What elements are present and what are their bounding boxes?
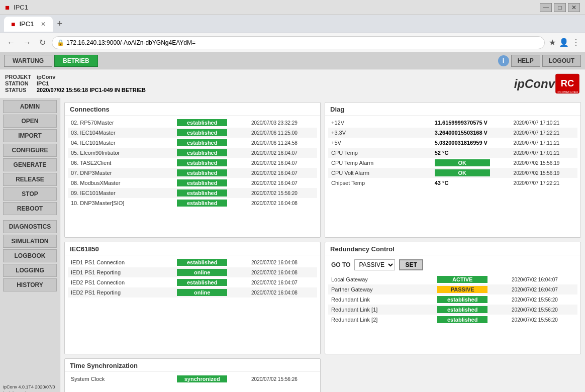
redundancy-row: Redundant Link established 2020/07/02 15… [328, 295, 577, 305]
simulation-button[interactable]: SIMULATION [3, 235, 57, 248]
connections-title: Connections [65, 103, 320, 116]
iec-row: IED1 PS1 Reporting online 2020/07/02 16:… [68, 267, 317, 277]
diag-badge: OK [435, 159, 490, 166]
open-button[interactable]: OPEN [3, 115, 57, 128]
goto-label: GO TO [331, 261, 350, 268]
diag-status: 5.03200031816959 V [432, 138, 511, 148]
diag-body: +12V 11.6159999370575 V 2020/07/07 17:10… [325, 116, 580, 191]
release-button[interactable]: RELEASE [3, 173, 57, 186]
generate-button[interactable]: GENERATE [3, 158, 57, 171]
iec61850-body: IED1 PS1 Connection established 2020/07/… [65, 255, 320, 301]
connection-label: 02. RP570Master [68, 118, 174, 128]
status-value: 2020/07/02 15:56:18 IPC1-049 IN BETRIEB [37, 87, 146, 93]
iec-time: 2020/07/02 16:04:08 [248, 267, 317, 277]
configure-button[interactable]: CONFIGURE [3, 144, 57, 157]
station-label: STATION [5, 80, 33, 86]
diagnostics-button[interactable]: DIAGNOSTICS [3, 220, 57, 233]
logout-button[interactable]: LOGOUT [542, 55, 581, 67]
redundancy-label: Partner Gateway [328, 284, 434, 295]
reboot-button[interactable]: REBOOT [3, 202, 57, 215]
bookmark-icon[interactable]: ★ [549, 38, 556, 47]
redundancy-label: Local Gateway [328, 274, 434, 284]
redundancy-title: Redundancy Control [325, 242, 580, 255]
timesync-badge: synchronized [177, 375, 227, 382]
iec-status: established [174, 257, 248, 267]
account-icon[interactable]: 👤 [559, 38, 569, 47]
close-button[interactable]: ✕ [568, 3, 580, 12]
connection-time: 2020/07/02 15:56:20 [248, 188, 317, 198]
connection-status: established [174, 158, 248, 168]
logo-svg: RC IPCOMM GmbH [555, 72, 580, 95]
address-bar-wrap: 🔒 [52, 36, 545, 49]
redundancy-status: established [434, 295, 509, 305]
logging-button[interactable]: LOGGING [3, 264, 57, 277]
connection-time: 2020/07/06 11:24:58 [248, 138, 317, 148]
connection-time: 2020/07/02 16:04:08 [248, 198, 317, 208]
projekt-row: PROJEKT ipConv [5, 74, 514, 80]
timesync-row: System Clock synchronized 2020/07/02 15:… [68, 374, 317, 384]
app-info-bar: PROJEKT ipConv STATION IPC1 STATUS 2020/… [0, 69, 585, 98]
goto-select[interactable]: PASSIVE ACTIVE [354, 259, 395, 270]
tab-close-icon[interactable]: ✕ [41, 21, 46, 28]
projekt-label: PROJEKT [5, 74, 33, 80]
diag-row: CPU Temp 52 °C 2020/07/07 17:01:21 [328, 148, 577, 158]
menu-icon[interactable]: ⋮ [572, 38, 580, 47]
goto-row: GO TO PASSIVE ACTIVE SET [328, 257, 577, 272]
footer-line1: ipConv 4.0.1T4 2020/07/0 [3, 384, 57, 390]
redundancy-badge: established [437, 316, 488, 323]
address-input[interactable] [52, 36, 545, 49]
redundancy-panel: Redundancy Control GO TO PASSIVE ACTIVE … [325, 242, 581, 354]
browser-tab[interactable]: ■ IPC1 ✕ [4, 17, 53, 32]
logbook-button[interactable]: LOGBOOK [3, 249, 57, 262]
diag-row: CPU Temp Alarm OK 2020/07/02 15:56:19 [328, 158, 577, 168]
import-button[interactable]: IMPORT [3, 129, 57, 142]
iec-badge: online [177, 289, 227, 296]
svg-text:RC: RC [561, 78, 574, 88]
redundancy-time: 2020/07/02 15:56:20 [509, 295, 577, 305]
iec-badge: established [177, 259, 227, 266]
forward-button[interactable]: → [21, 36, 33, 49]
timesync-body: System Clock synchronized 2020/07/02 15:… [65, 372, 320, 387]
back-button[interactable]: ← [5, 36, 17, 49]
wartung-button[interactable]: WARTUNG [4, 55, 52, 67]
iec-badge: online [177, 269, 227, 276]
redundancy-label: Redundant Link [328, 295, 434, 305]
diag-status: 52 °C [432, 148, 511, 158]
station-row: STATION IPC1 [5, 80, 514, 86]
connection-label: 07. DNP3Master [68, 168, 174, 178]
connection-label: 06. TASE2Client [68, 158, 174, 168]
history-button[interactable]: HISTORY [3, 278, 57, 291]
info-button[interactable]: i [498, 55, 509, 66]
connection-status: established [174, 148, 248, 158]
redundancy-status: ACTIVE [434, 274, 509, 284]
iec61850-title: IEC61850 [65, 242, 320, 255]
connection-time: 2020/07/03 23:32:29 [248, 118, 317, 128]
reload-button[interactable]: ↻ [37, 36, 48, 49]
connection-time: 2020/07/02 16:04:07 [248, 168, 317, 178]
timesync-table: System Clock synchronized 2020/07/02 15:… [68, 374, 317, 384]
connection-time: 2020/07/06 11:25:00 [248, 128, 317, 138]
stop-button[interactable]: STOP [3, 187, 57, 201]
diag-status: 43 °C [432, 178, 511, 188]
redundancy-label: Redundant Link [1] [328, 305, 434, 315]
iec-status: established [174, 277, 248, 287]
help-button[interactable]: HELP [511, 55, 540, 67]
diag-label: CPU Volt Alarm [328, 168, 432, 178]
iec-time: 2020/07/02 16:04:08 [248, 257, 317, 267]
goto-set-button[interactable]: SET [399, 259, 423, 270]
diag-time: 2020/07/07 17:11:21 [511, 138, 577, 148]
app-logo: ipConv RC IPCOMM GmbH [514, 72, 580, 95]
redundancy-time: 2020/07/02 16:04:07 [509, 284, 577, 295]
connection-status: established [174, 188, 248, 198]
connection-label: 10. DNP3Master[SIO] [68, 198, 174, 208]
new-tab-button[interactable]: + [57, 19, 62, 29]
status-badge: established [177, 119, 227, 126]
betrieb-button[interactable]: BETRIEB [54, 55, 98, 67]
sidebar: ADMIN OPEN IMPORT CONFIGURE GENERATE REL… [0, 98, 60, 392]
diag-label: Chipset Temp [328, 178, 432, 188]
status-row: STATUS 2020/07/02 15:56:18 IPC1-049 IN B… [5, 87, 514, 93]
maximize-button[interactable]: □ [554, 3, 566, 12]
admin-button[interactable]: ADMIN [3, 100, 57, 113]
app-info-left: PROJEKT ipConv STATION IPC1 STATUS 2020/… [5, 74, 514, 93]
minimize-button[interactable]: — [540, 3, 552, 12]
